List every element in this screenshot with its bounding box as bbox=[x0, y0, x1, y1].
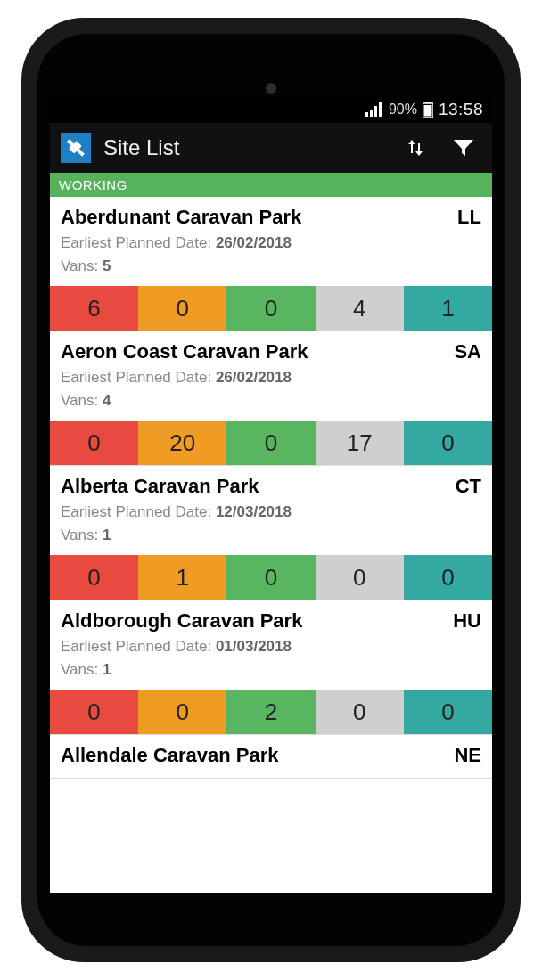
site-name: Alberta Caravan Park bbox=[61, 475, 259, 498]
site-list[interactable]: Aberdunant Caravan Park LL Earliest Plan… bbox=[50, 197, 492, 892]
earliest-date: 12/03/2018 bbox=[216, 503, 292, 520]
site-name: Aberdunant Caravan Park bbox=[61, 206, 301, 229]
svg-rect-6 bbox=[423, 105, 431, 117]
vans-label: Vans: bbox=[61, 392, 98, 409]
battery-percent: 90% bbox=[389, 102, 417, 118]
site-card[interactable]: Aeron Coast Caravan Park SA Earliest Pla… bbox=[50, 331, 492, 466]
vans-label: Vans: bbox=[61, 527, 98, 543]
status-counts: 0 0 2 0 0 bbox=[50, 690, 492, 734]
app-title: Site List bbox=[103, 135, 385, 160]
count-gray: 0 bbox=[316, 690, 404, 734]
count-orange: 0 bbox=[138, 690, 226, 734]
svg-rect-2 bbox=[374, 106, 377, 117]
svg-rect-0 bbox=[365, 112, 368, 117]
status-counts: 6 0 0 4 1 bbox=[50, 286, 492, 331]
earliest-label: Earliest Planned Date: bbox=[61, 369, 211, 386]
count-orange: 20 bbox=[138, 421, 226, 465]
count-teal: 0 bbox=[404, 421, 492, 465]
svg-rect-1 bbox=[370, 110, 373, 117]
svg-rect-3 bbox=[379, 102, 382, 117]
count-teal: 1 bbox=[404, 286, 492, 331]
count-red: 6 bbox=[50, 286, 138, 331]
count-gray: 0 bbox=[316, 555, 404, 600]
status-counts: 0 20 0 17 0 bbox=[50, 421, 492, 465]
battery-icon bbox=[423, 102, 433, 118]
app-bar: Site List bbox=[50, 123, 492, 173]
count-green: 2 bbox=[226, 690, 315, 734]
count-red: 0 bbox=[50, 690, 138, 734]
signal-icon bbox=[365, 102, 383, 117]
vans-count: 1 bbox=[103, 661, 111, 678]
clock: 13:58 bbox=[439, 100, 483, 119]
app-icon bbox=[61, 133, 91, 163]
vans-label: Vans: bbox=[61, 257, 98, 274]
site-card[interactable]: Aldborough Caravan Park HU Earliest Plan… bbox=[50, 600, 492, 735]
svg-point-7 bbox=[70, 142, 73, 145]
filter-button[interactable] bbox=[446, 130, 481, 166]
count-gray: 4 bbox=[316, 286, 404, 331]
count-red: 0 bbox=[50, 421, 138, 465]
phone-sensor bbox=[266, 83, 276, 94]
site-name: Aldborough Caravan Park bbox=[61, 609, 302, 633]
site-name: Aeron Coast Caravan Park bbox=[61, 340, 308, 363]
screen: 90% 13:58 Site Li bbox=[50, 96, 492, 893]
vans-label: Vans: bbox=[61, 661, 98, 678]
earliest-date: 26/02/2018 bbox=[216, 369, 292, 386]
earliest-label: Earliest Planned Date: bbox=[61, 638, 211, 655]
earliest-date: 01/03/2018 bbox=[216, 638, 292, 655]
count-teal: 0 bbox=[404, 555, 492, 600]
vans-count: 1 bbox=[103, 527, 111, 543]
site-card[interactable]: Allendale Caravan Park NE bbox=[50, 735, 492, 779]
site-code: HU bbox=[453, 609, 481, 633]
status-counts: 0 1 0 0 0 bbox=[50, 555, 492, 600]
site-card[interactable]: Alberta Caravan Park CT Earliest Planned… bbox=[50, 466, 492, 600]
earliest-label: Earliest Planned Date: bbox=[61, 234, 211, 251]
count-teal: 0 bbox=[404, 690, 492, 734]
site-code: NE bbox=[454, 744, 481, 767]
phone-frame: 90% 13:58 Site Li bbox=[21, 18, 521, 962]
status-bar: 90% 13:58 bbox=[50, 96, 492, 123]
earliest-label: Earliest Planned Date: bbox=[61, 503, 211, 520]
site-name: Allendale Caravan Park bbox=[61, 744, 279, 767]
count-red: 0 bbox=[50, 555, 138, 600]
vans-count: 4 bbox=[103, 392, 111, 409]
count-gray: 17 bbox=[316, 421, 404, 465]
sort-icon bbox=[405, 137, 426, 159]
site-card[interactable]: Aberdunant Caravan Park LL Earliest Plan… bbox=[50, 197, 492, 331]
count-green: 0 bbox=[226, 421, 315, 465]
count-green: 0 bbox=[226, 555, 315, 600]
site-code: LL bbox=[457, 206, 481, 229]
earliest-date: 26/02/2018 bbox=[216, 234, 292, 251]
count-orange: 0 bbox=[138, 286, 226, 331]
count-green: 0 bbox=[226, 286, 315, 331]
funnel-icon bbox=[452, 137, 475, 159]
section-header-working: WORKING bbox=[50, 173, 492, 197]
vans-count: 5 bbox=[103, 257, 111, 274]
sort-button[interactable] bbox=[398, 130, 433, 166]
site-code: SA bbox=[454, 340, 481, 363]
count-orange: 1 bbox=[138, 555, 226, 600]
site-code: CT bbox=[456, 475, 481, 498]
